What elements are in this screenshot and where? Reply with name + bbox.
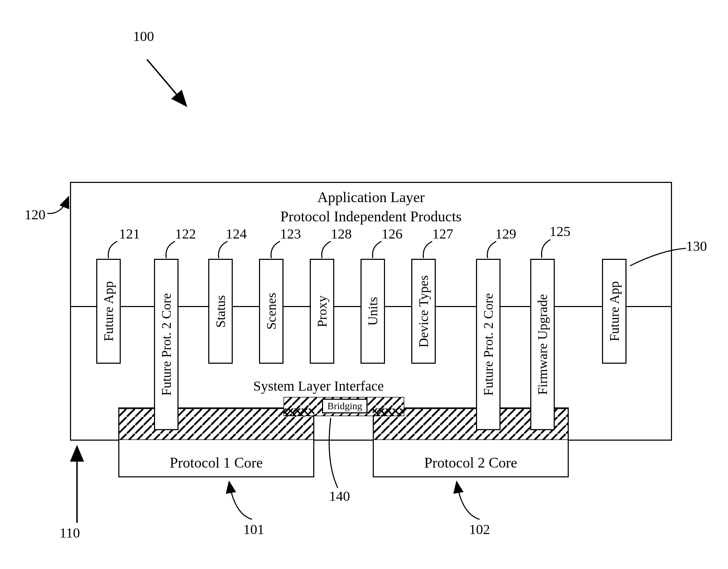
ref-122: 122 (175, 226, 196, 242)
ref-126: 126 (382, 226, 402, 242)
ref-124: 124 (226, 226, 247, 242)
box-proxy: Proxy (310, 259, 334, 364)
ref-128: 128 (331, 226, 352, 242)
ref-125: 125 (550, 223, 570, 240)
ref-110: 110 (59, 525, 80, 541)
ref-100: 100 (133, 28, 154, 44)
box-status: Status (208, 259, 233, 364)
ref-102: 102 (469, 521, 490, 538)
leader-130 (626, 248, 690, 276)
ref-123: 123 (280, 226, 301, 242)
box-units: Units (360, 259, 385, 364)
ref-129: 129 (495, 226, 516, 242)
svg-rect-11 (284, 408, 314, 416)
arrow-100 (130, 52, 200, 122)
box-firmware-upgrade-over: Firmware Upgrade (530, 259, 555, 430)
box-future-prot2-core-left-over: Future Prot. 2 Core (154, 259, 178, 430)
ref-101: 101 (243, 521, 264, 538)
ref-120: 120 (24, 206, 46, 223)
ref-127: 127 (432, 226, 453, 242)
leader-110 (70, 444, 91, 525)
leader-123 (268, 241, 285, 259)
leader-102 (451, 479, 486, 521)
title-line-1: Application Layer (70, 189, 672, 206)
box-future-app-right: Future App (602, 259, 626, 364)
leader-122 (163, 241, 180, 259)
diagram-canvas: 100 Application Layer Protocol Independe… (14, 14, 714, 555)
leader-125 (538, 240, 556, 259)
leader-121 (105, 241, 122, 259)
leader-127 (420, 241, 438, 259)
bridging-label: Bridging (322, 399, 368, 413)
leader-126 (369, 241, 387, 259)
title-line-2: Protocol Independent Products (70, 208, 672, 225)
ref-121: 121 (119, 226, 140, 242)
ref-140: 140 (329, 488, 350, 504)
svg-rect-12 (373, 408, 404, 416)
leader-128 (318, 241, 336, 259)
leader-101 (224, 479, 259, 521)
box-future-prot2-core-right-over: Future Prot. 2 Core (476, 259, 500, 430)
svg-line-1 (147, 59, 186, 105)
leader-129 (484, 241, 502, 259)
box-future-app-left: Future App (96, 259, 121, 364)
box-scenes: Scenes (259, 259, 284, 364)
leader-124 (215, 241, 233, 259)
leader-120 (47, 196, 75, 217)
system-layer-label: System Layer Interface (231, 378, 406, 394)
leader-140 (322, 416, 350, 490)
box-device-types: Device Types (411, 259, 436, 364)
